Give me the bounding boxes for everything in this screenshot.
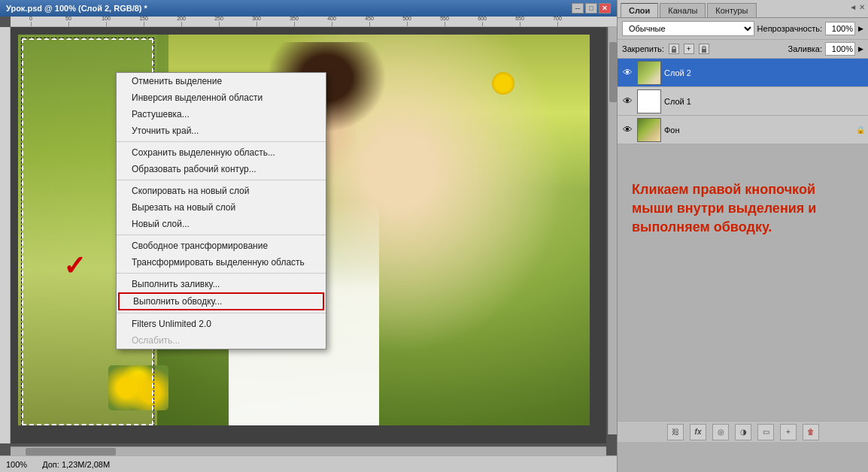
fill-arrow[interactable]: ▶	[858, 45, 863, 53]
context-menu: Отменить выделение Инверсия выделенной о…	[116, 72, 326, 349]
menu-item-cut-to-layer[interactable]: Вырезать на новый слой	[117, 199, 326, 216]
menu-item-fill[interactable]: Выполнить заливку...	[117, 276, 326, 292]
opacity-input[interactable]	[825, 22, 855, 35]
lock-pixels-button[interactable]	[669, 44, 679, 54]
scrollbar-thumb-v[interactable]	[609, 42, 617, 102]
blend-opacity-row: Обычные Непрозрачность: ▶	[618, 18, 868, 40]
layer-name-1: Слой 1	[664, 97, 865, 106]
layer-row-2[interactable]: 👁 Слой 2	[618, 59, 868, 87]
zoom-level: 100%	[6, 460, 27, 469]
fill-input[interactable]	[825, 42, 855, 56]
tick-450: 450	[351, 17, 388, 26]
minimize-button[interactable]: ─	[572, 3, 584, 14]
maximize-button[interactable]: □	[585, 3, 597, 14]
layer-visibility-bg[interactable]: 👁	[621, 123, 634, 137]
new-adjustment-button[interactable]: ◑	[735, 424, 751, 440]
separator-5	[117, 313, 326, 313]
doc-info: Доп: 1,23М/2,08М	[42, 460, 110, 469]
opacity-label: Непрозрачность:	[757, 24, 822, 33]
annotation-text: Кликаем правой кнопочкой мыши внутри выд…	[632, 182, 816, 234]
tick-650: 650	[501, 17, 539, 26]
photoshop-window: Урок.psd @ 100% (Слой 2, RGB/8) * ─ □ ✕ …	[0, 0, 617, 472]
layer-visibility-2[interactable]: 👁	[621, 66, 634, 80]
right-panel: Слои Каналы Контуры ◄ ✕ Обычные Непрозра…	[617, 0, 868, 472]
tick-350: 350	[275, 17, 313, 26]
menu-item-cancel-selection[interactable]: Отменить выделение	[117, 73, 326, 89]
add-mask-button[interactable]: ◎	[712, 424, 729, 440]
annotation-text-box: Кликаем правой кнопочкой мыши внутри выд…	[624, 173, 865, 245]
lock-move-button[interactable]: +	[684, 44, 694, 54]
layer-thumbnail-1	[637, 89, 661, 113]
title-bar: Урок.psd @ 100% (Слой 2, RGB/8) * ─ □ ✕	[0, 0, 617, 17]
flower	[492, 72, 514, 95]
tab-channels[interactable]: Каналы	[660, 3, 706, 17]
layers-panel: Обычные Непрозрачность: ▶ Закрепить: + З…	[618, 18, 868, 144]
tick-0: 0	[12, 17, 50, 26]
new-group-button[interactable]: ▭	[757, 424, 774, 440]
layer-list: 👁 Слой 2 👁 Слой 1 👁 Фон 🔒	[618, 59, 868, 144]
svg-rect-0	[672, 49, 676, 53]
menu-item-save-selection[interactable]: Сохранить выделенную область...	[117, 144, 326, 161]
panel-collapse-button[interactable]: ◄ ✕	[849, 3, 865, 11]
ruler-vertical	[0, 27, 11, 443]
menu-item-refine-edge[interactable]: Уточнить край...	[117, 123, 326, 139]
layer-row-bg[interactable]: 👁 Фон 🔒	[618, 116, 868, 144]
scrollbar-vertical[interactable]	[608, 27, 617, 434]
tick-600: 600	[463, 17, 501, 26]
opacity-row: Непрозрачность: ▶	[757, 22, 863, 35]
fx-button[interactable]: fx	[690, 424, 706, 440]
panel-toolbar: ⛓ fx ◎ ◑ ▭ + 🗑	[618, 421, 868, 442]
delete-layer-button[interactable]: 🗑	[803, 424, 819, 440]
lock-all-button[interactable]	[699, 44, 709, 54]
opacity-arrow[interactable]: ▶	[858, 25, 863, 32]
blend-mode-select[interactable]: Обычные	[622, 21, 754, 36]
menu-item-new-layer[interactable]: Новый слой...	[117, 216, 326, 232]
tick-100: 100	[87, 17, 125, 26]
ruler-ticks-horizontal: 0 50 100 150 200 250 300 350 400 450 500…	[11, 17, 617, 26]
canvas-area: ✓ Отменить выделение Инверсия выделенной…	[11, 27, 606, 443]
close-button[interactable]: ✕	[599, 3, 611, 14]
layer-visibility-1[interactable]: 👁	[621, 95, 634, 108]
tick-550: 550	[426, 17, 463, 26]
menu-item-transform-selection[interactable]: Трансформировать выделенную область	[117, 254, 326, 271]
separator-2	[117, 180, 326, 180]
status-bar: 100% Доп: 1,23М/2,08М	[0, 455, 617, 472]
tab-paths[interactable]: Контуры	[707, 3, 756, 17]
tick-200: 200	[162, 17, 200, 26]
scrollbar-thumb-h[interactable]	[26, 448, 116, 455]
title-bar-buttons: ─ □ ✕	[572, 3, 611, 14]
tick-250: 250	[200, 17, 238, 26]
menu-item-fade: Ослабить...	[117, 332, 326, 349]
ruler-horizontal: 0 50 100 150 200 250 300 350 400 450 500…	[11, 17, 617, 27]
fill-label: Заливка:	[788, 44, 822, 53]
tab-layers[interactable]: Слои	[621, 3, 658, 17]
tick-150: 150	[125, 17, 162, 26]
layer-thumbnail-bg	[637, 118, 661, 142]
lock-label: Закрепить:	[622, 44, 664, 53]
menu-item-filters[interactable]: Filters Unlimited 2.0	[117, 316, 326, 332]
layer-name-2: Слой 2	[664, 68, 865, 77]
menu-item-invert[interactable]: Инверсия выделенной области	[117, 89, 326, 106]
svg-rect-1	[702, 49, 706, 53]
menu-item-copy-to-layer[interactable]: Скопировать на новый слой	[117, 183, 326, 199]
menu-item-free-transform[interactable]: Свободное трансформирование	[117, 238, 326, 254]
tick-700: 700	[539, 17, 576, 26]
layer-row-1[interactable]: 👁 Слой 1	[618, 87, 868, 116]
link-layers-button[interactable]: ⛓	[667, 424, 684, 440]
fill-row: Заливка: ▶	[788, 42, 863, 56]
layer-locked-icon: 🔒	[856, 126, 865, 134]
layer-thumbnail-2	[637, 61, 661, 85]
layer-name-bg: Фон	[664, 126, 853, 135]
separator-3	[117, 234, 326, 235]
menu-item-stroke[interactable]: Выполнить обводку...	[118, 292, 324, 310]
separator-4	[117, 273, 326, 274]
scrollbar-horizontal[interactable]	[11, 446, 606, 455]
selection-checkmark: ✓	[63, 253, 86, 280]
menu-item-feather[interactable]: Растушевка...	[117, 106, 326, 123]
tick-300: 300	[238, 17, 275, 26]
new-layer-button[interactable]: +	[780, 424, 797, 440]
window-title: Урок.psd @ 100% (Слой 2, RGB/8) *	[6, 4, 147, 13]
panel-tabs: Слои Каналы Контуры ◄ ✕	[618, 0, 868, 18]
menu-item-make-path[interactable]: Образовать рабочий контур...	[117, 161, 326, 177]
tick-50: 50	[50, 17, 87, 26]
